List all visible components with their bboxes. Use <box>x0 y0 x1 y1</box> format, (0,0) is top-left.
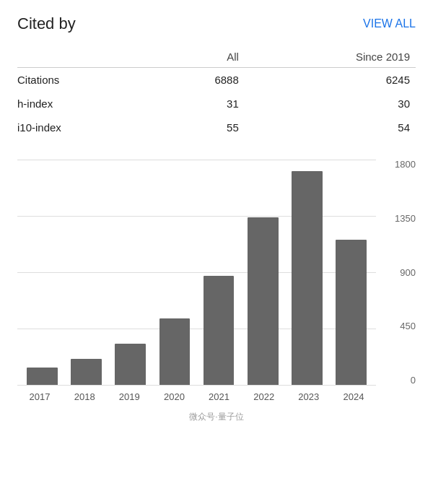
bar <box>27 368 58 385</box>
y-axis-label: 1800 <box>395 160 416 169</box>
x-axis-label: 2021 <box>197 391 242 402</box>
y-axis-label: 900 <box>400 268 416 277</box>
bar-wrapper <box>241 160 285 385</box>
table-row: h-index 31 30 <box>17 92 416 116</box>
bar <box>292 171 323 385</box>
grid-line <box>17 385 376 386</box>
bar <box>115 344 146 385</box>
x-axis-label: 2023 <box>287 391 331 402</box>
table-row: i10-index 55 54 <box>17 116 416 139</box>
x-axis-label: 2017 <box>17 391 62 402</box>
chart-area <box>17 160 376 385</box>
bars-area <box>17 160 376 385</box>
page-header: Cited by VIEW ALL <box>17 14 416 33</box>
col-label-header <box>17 46 159 68</box>
bar <box>204 276 235 385</box>
col-all-header: All <box>159 46 245 68</box>
bar <box>159 318 191 385</box>
bar <box>71 359 102 385</box>
x-axis-label: 2020 <box>152 391 196 402</box>
x-axis-label: 2019 <box>107 391 152 402</box>
x-axis-label: 2022 <box>242 391 287 402</box>
y-axis-labels: 180013509004500 <box>380 160 416 385</box>
view-all-link[interactable]: VIEW ALL <box>363 17 416 30</box>
y-axis-label: 1350 <box>395 214 416 223</box>
row-all: 6888 <box>159 68 245 92</box>
watermark: 微众号·量子位 <box>17 411 416 423</box>
stats-table: All Since 2019 Citations 6888 6245 h-ind… <box>17 46 416 139</box>
y-axis-label: 0 <box>411 375 416 385</box>
bar-wrapper <box>197 160 241 385</box>
x-axis-label: 2024 <box>331 391 376 402</box>
bar <box>248 217 279 385</box>
bar-wrapper <box>285 160 329 385</box>
chart-container: 180013509004500 201720182019202020212022… <box>17 160 416 405</box>
row-label: i10-index <box>17 116 159 139</box>
bar-wrapper <box>329 160 373 385</box>
bar-wrapper <box>152 160 196 385</box>
table-row: Citations 6888 6245 <box>17 68 416 92</box>
row-label: h-index <box>17 92 159 116</box>
col-since-header: Since 2019 <box>245 46 416 68</box>
bar-wrapper <box>64 160 108 385</box>
x-axis-labels: 20172018201920202021202220232024 <box>17 388 376 405</box>
row-label: Citations <box>17 68 159 92</box>
cited-by-title: Cited by <box>17 14 76 33</box>
bar <box>336 240 367 385</box>
bar-wrapper <box>108 160 152 385</box>
row-since: 54 <box>245 116 416 139</box>
row-all: 31 <box>159 92 245 116</box>
y-axis-label: 450 <box>400 321 416 331</box>
x-axis-label: 2018 <box>62 391 107 402</box>
row-since: 30 <box>245 92 416 116</box>
row-all: 55 <box>159 116 245 139</box>
row-since: 6245 <box>245 68 416 92</box>
bar-wrapper <box>20 160 64 385</box>
